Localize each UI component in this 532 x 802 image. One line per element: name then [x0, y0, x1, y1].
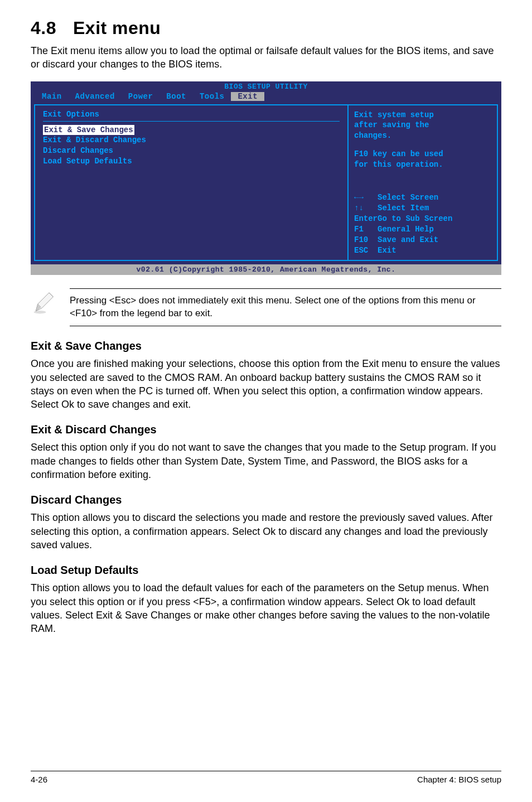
subbody-load-defaults: This option allows you to load the defau…: [31, 581, 501, 635]
bios-right-panel: Exit system setup after saving the chang…: [347, 104, 498, 262]
bios-key-label: Exit: [378, 246, 396, 255]
bios-item-exit-discard[interactable]: Exit & Discard Changes: [43, 135, 340, 146]
chapter-label: Chapter 4: BIOS setup: [417, 775, 501, 784]
note-row: Pressing <Esc> does not immediately exit…: [31, 288, 501, 326]
bios-tab-main[interactable]: Main: [35, 92, 69, 101]
bios-tab-boot[interactable]: Boot: [159, 92, 193, 101]
page-title: 4.8Exit menu: [31, 18, 501, 38]
subbody-discard: This option allows you to discard the se…: [31, 511, 501, 552]
pencil-icon: [31, 292, 55, 316]
bios-help-line: F10 key can be used: [354, 149, 491, 160]
subheading-load-defaults: Load Setup Defaults: [31, 564, 501, 577]
bios-title: BIOS SETUP UTILITY: [31, 81, 501, 91]
bios-key: F1: [354, 224, 378, 235]
page-footer: 4-26 Chapter 4: BIOS setup: [31, 771, 501, 784]
bios-menubar: Main Advanced Power Boot Tools Exit: [31, 91, 501, 102]
bios-copyright-footer: v02.61 (C)Copyright 1985-2010, American …: [31, 264, 501, 275]
bios-key-label: Go to Sub Screen: [378, 214, 452, 223]
bios-help-line: Exit system setup: [354, 110, 491, 120]
bios-key-label: Select Screen: [378, 193, 438, 202]
subbody-exit-discard: Select this option only if you do not wa…: [31, 441, 501, 481]
bios-help-line: after saving the: [354, 120, 491, 131]
bios-tab-power[interactable]: Power: [122, 92, 160, 101]
bios-tab-exit[interactable]: Exit: [231, 92, 264, 101]
bios-left-panel: Exit Options Exit & Save Changes Exit & …: [34, 104, 347, 262]
subheading-exit-discard: Exit & Discard Changes: [31, 423, 501, 436]
page-number: 4-26: [31, 775, 47, 784]
intro-paragraph: The Exit menu items allow you to load th…: [31, 44, 501, 71]
bios-help-line: for this operation.: [354, 160, 491, 170]
section-number: 4.8: [31, 18, 56, 38]
bios-item-load-defaults[interactable]: Load Setup Defaults: [43, 156, 340, 167]
bios-setup-window: BIOS SETUP UTILITY Main Advanced Power B…: [31, 81, 501, 276]
bios-key: F10: [354, 235, 378, 245]
bios-key-label: Save and Exit: [378, 235, 438, 244]
bios-key: ←→: [354, 192, 378, 203]
bios-key-label: General Help: [378, 225, 434, 234]
bios-key: Enter: [354, 214, 378, 224]
bios-exit-options-heading: Exit Options: [43, 110, 340, 119]
section-title-text: Exit menu: [73, 18, 161, 38]
subbody-exit-save: Once you are finished making your select…: [31, 357, 501, 411]
bios-tab-tools[interactable]: Tools: [193, 92, 231, 101]
bios-key: ESC: [354, 245, 378, 256]
bios-key: ↑↓: [354, 203, 378, 214]
bios-divider: [43, 121, 340, 122]
bios-key-legend: ←→Select Screen ↑↓Select Item EnterGo to…: [354, 192, 491, 255]
bios-help-text: Exit system setup after saving the chang…: [354, 110, 491, 170]
bios-help-line: changes.: [354, 131, 491, 141]
bios-item-discard[interactable]: Discard Changes: [43, 146, 340, 156]
subheading-exit-save: Exit & Save Changes: [31, 340, 501, 352]
bios-tab-advanced[interactable]: Advanced: [69, 92, 122, 101]
bios-item-exit-save[interactable]: Exit & Save Changes: [43, 125, 134, 136]
bios-key-label: Select Item: [378, 204, 429, 212]
note-text: Pressing <Esc> does not immediately exit…: [70, 294, 501, 320]
subheading-discard: Discard Changes: [31, 494, 501, 506]
